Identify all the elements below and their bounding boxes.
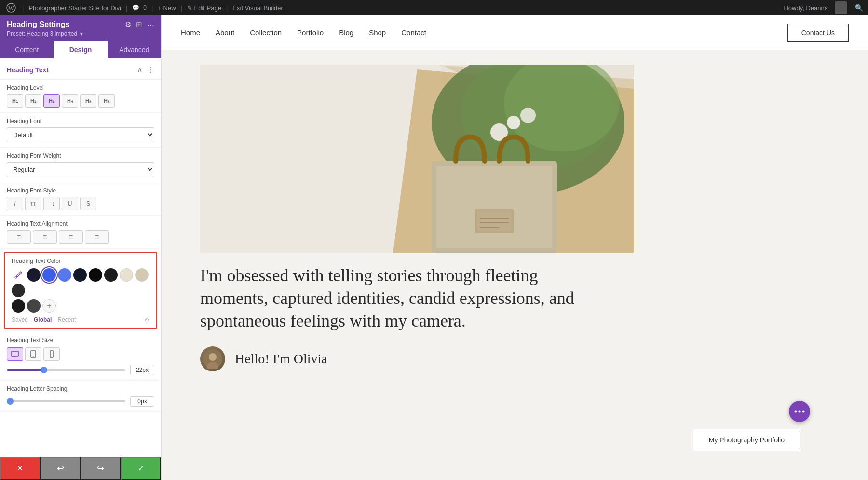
svg-point-5 (33, 356, 34, 357)
heading-font-select[interactable]: Default (7, 127, 154, 142)
color-swatch-7[interactable] (120, 268, 133, 282)
cancel-button[interactable]: ✕ (0, 457, 41, 480)
align-center-button[interactable]: ≡ (33, 230, 57, 244)
heading-font-weight-label: Heading Font Weight (7, 152, 154, 159)
heading-font-weight-select[interactable]: Regular (7, 162, 154, 177)
wp-logo-icon[interactable]: W (5, 1, 17, 14)
color-swatch-9[interactable] (12, 284, 25, 297)
bar-separator-5: | (226, 4, 228, 12)
nav-collection[interactable]: Collection (250, 28, 282, 37)
global-tab[interactable]: Global (34, 316, 52, 323)
heading-alignment-buttons: ≡ ≡ ≡ ≡ (7, 230, 154, 244)
comment-icon[interactable]: 💬 (132, 4, 139, 11)
heading-text-size-section: Heading Text Size 22px (0, 332, 161, 381)
nav-home[interactable]: Home (181, 28, 200, 37)
heading-h6-button[interactable]: H₆ (98, 94, 115, 108)
svg-rect-19 (436, 166, 552, 248)
size-value-input[interactable]: 22px (130, 365, 154, 375)
nav-contact[interactable]: Contact (401, 28, 426, 37)
tab-design[interactable]: Design (54, 41, 107, 58)
nav-blog[interactable]: Blog (339, 28, 353, 37)
heading-h3-button[interactable]: H₃ (43, 94, 60, 108)
recent-tab[interactable]: Recent (57, 316, 76, 323)
device-icon-buttons (7, 347, 154, 361)
heading-level-buttons: H₁ H₂ H₃ H₄ H₅ H₆ (7, 94, 154, 108)
size-slider[interactable] (7, 369, 125, 371)
align-left-button[interactable]: ≡ (7, 230, 31, 244)
align-justify-button[interactable]: ≡ (85, 230, 109, 244)
color-swatch-3[interactable] (58, 268, 71, 282)
tablet-device-button[interactable] (25, 347, 41, 361)
heading-h2-button[interactable]: H₂ (25, 94, 41, 108)
nav-portfolio[interactable]: Portfolio (297, 28, 324, 37)
tab-content[interactable]: Content (0, 41, 54, 58)
panel-tabs: Content Design Advanced (0, 41, 161, 58)
avatar-svg (203, 349, 222, 369)
hero-image (200, 65, 634, 253)
site-name[interactable]: Photographer Starter Site for Divi (28, 4, 121, 12)
tagline-text: I'm obsessed with telling stories throug… (200, 264, 576, 332)
saved-tab[interactable]: Saved (12, 316, 28, 323)
heading-font-label: Heading Font (7, 118, 154, 124)
new-button[interactable]: + New (158, 4, 176, 12)
italic-button[interactable]: I (7, 197, 23, 210)
bar-separator-3: | (151, 4, 153, 12)
color-swatch-8[interactable] (135, 268, 149, 282)
strikethrough-button[interactable]: S (80, 197, 96, 210)
save-button[interactable]: ✓ (121, 457, 162, 480)
color-swatch-10[interactable] (12, 299, 25, 313)
panel-title: Heading Settings (7, 20, 70, 29)
panel-preset[interactable]: Preset: Heading 3 imported ▼ (7, 30, 154, 37)
color-swatch-2-blue[interactable] (42, 268, 56, 282)
color-swatch-1[interactable] (27, 268, 41, 282)
panel-settings-icon[interactable]: ⚙ (125, 20, 131, 29)
panel-layout-icon[interactable]: ⊞ (136, 20, 142, 29)
color-swatch-11[interactable] (27, 299, 41, 313)
tab-advanced[interactable]: Advanced (108, 41, 161, 58)
floating-action-button[interactable] (789, 401, 810, 422)
eyedropper-icon[interactable] (12, 268, 25, 282)
color-settings-icon[interactable]: ⚙ (144, 316, 149, 323)
heading-h1-button[interactable]: H₁ (7, 94, 23, 108)
nav-shop[interactable]: Shop (369, 28, 386, 37)
admin-search-icon[interactable]: 🔍 (855, 4, 863, 12)
section-more-icon[interactable]: ⋮ (147, 65, 154, 74)
section-collapse-icon[interactable]: ∧ (137, 65, 143, 74)
letter-spacing-label: Heading Letter Spacing (7, 385, 154, 392)
add-color-button[interactable]: + (42, 299, 56, 313)
nav-bar: Home About Collection Portfolio Blog Sho… (162, 15, 868, 50)
mobile-device-button[interactable] (43, 347, 60, 361)
heading-h4-button[interactable]: H₄ (62, 94, 78, 108)
user-avatar[interactable] (835, 1, 847, 14)
align-right-button[interactable]: ≡ (59, 230, 83, 244)
letter-spacing-slider[interactable] (7, 400, 125, 402)
heading-font-weight-field: Heading Font Weight Regular (0, 148, 161, 182)
section-collapse-icons: ∧ ⋮ (137, 65, 154, 74)
edit-page-button[interactable]: ✎ Edit Page (187, 4, 221, 12)
heading-h5-button[interactable]: H₅ (80, 94, 96, 108)
panel-body: Heading Text ∧ ⋮ Heading Level H₁ H₂ H₃ … (0, 58, 161, 457)
hello-text: Hello! I'm Olivia (235, 351, 327, 367)
color-swatch-6[interactable] (104, 268, 118, 282)
svg-point-26 (209, 353, 217, 361)
underline-button[interactable]: U (62, 197, 78, 210)
uppercase-button[interactable]: TT (25, 197, 41, 210)
contact-us-button[interactable]: Contact Us (787, 24, 849, 42)
color-swatch-4[interactable] (73, 268, 87, 282)
panel-more-icon[interactable]: ⋯ (147, 20, 154, 29)
color-swatch-5[interactable] (89, 268, 102, 282)
comment-count[interactable]: 0 (143, 4, 147, 11)
svg-point-7 (51, 356, 52, 357)
redo-button[interactable]: ↪ (81, 457, 121, 480)
letter-spacing-value-input[interactable]: 0px (130, 396, 154, 407)
capitalize-button[interactable]: Tt (43, 197, 60, 210)
portfolio-button[interactable]: My Photography Portfolio (693, 429, 800, 451)
exit-visual-builder-button[interactable]: Exit Visual Builder (232, 4, 283, 12)
hero-image-bg (200, 65, 634, 253)
undo-button[interactable]: ↩ (41, 457, 81, 480)
desktop-device-button[interactable] (7, 347, 23, 361)
howdy-text: Howdy, Deanna (784, 4, 828, 12)
color-swatches-row-2: + (12, 299, 149, 313)
heading-text-alignment-field: Heading Text Alignment ≡ ≡ ≡ ≡ (0, 216, 161, 249)
nav-about[interactable]: About (216, 28, 234, 37)
